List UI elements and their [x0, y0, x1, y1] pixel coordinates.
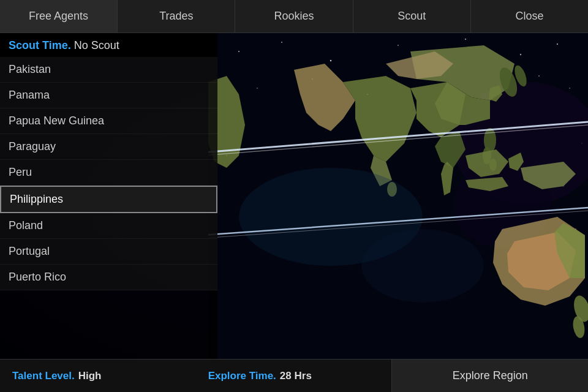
list-item[interactable]: Pakistan	[0, 57, 217, 83]
svg-point-7	[557, 43, 558, 45]
list-item[interactable]: Panama	[0, 83, 217, 108]
talent-level-section: Talent Level. High	[0, 360, 196, 392]
talent-level-label: Talent Level.	[12, 370, 75, 382]
tab-scout[interactable]: Scout	[353, 0, 471, 32]
explore-region-button[interactable]: Explore Region	[391, 360, 588, 392]
svg-point-28	[361, 229, 484, 303]
svg-point-8	[257, 88, 258, 89]
explore-time-value: 28 Hrs	[280, 370, 312, 382]
svg-point-5	[465, 39, 466, 40]
tab-rookies[interactable]: Rookies	[235, 0, 353, 32]
svg-point-12	[538, 75, 540, 77]
svg-point-11	[569, 88, 570, 89]
talent-level-value: High	[78, 370, 102, 382]
list-item[interactable]: Papua New Guinea	[0, 108, 217, 134]
country-list-panel: Scout Time. No Scout PakistanPanamaPapua…	[0, 33, 217, 359]
list-item[interactable]: Paraguay	[0, 134, 217, 160]
country-list: PakistanPanamaPapua New GuineaParaguayPe…	[0, 57, 217, 290]
tab-free-agents[interactable]: Free Agents	[0, 0, 118, 32]
continent-map	[208, 33, 588, 359]
scout-time-label: Scout Time.	[9, 39, 71, 51]
scout-time-value: No Scout	[74, 39, 119, 51]
list-item[interactable]: Portugal	[0, 239, 217, 265]
list-item[interactable]: Peru	[0, 160, 217, 186]
scout-header: Scout Time. No Scout	[0, 33, 217, 57]
svg-point-1	[238, 51, 239, 52]
bottom-bar: Talent Level. High Explore Time. 28 Hrs …	[0, 359, 588, 392]
tab-trades[interactable]: Trades	[118, 0, 235, 32]
svg-point-3	[330, 60, 331, 61]
list-item[interactable]: Poland	[0, 213, 217, 239]
list-item[interactable]: Puerto Rico	[0, 265, 217, 290]
svg-point-6	[520, 54, 521, 55]
list-item[interactable]: Philippines	[0, 186, 217, 213]
explore-time-section: Explore Time. 28 Hrs	[196, 360, 392, 392]
svg-point-2	[281, 42, 282, 43]
explore-region-label: Explore Region	[453, 369, 528, 382]
main-content: Scout Time. No Scout PakistanPanamaPapua…	[0, 33, 588, 359]
top-navigation: Free Agents Trades Rookies Scout Close	[0, 0, 588, 33]
svg-point-4	[398, 45, 399, 46]
explore-time-label: Explore Time.	[208, 370, 276, 382]
tab-close[interactable]: Close	[471, 0, 588, 32]
